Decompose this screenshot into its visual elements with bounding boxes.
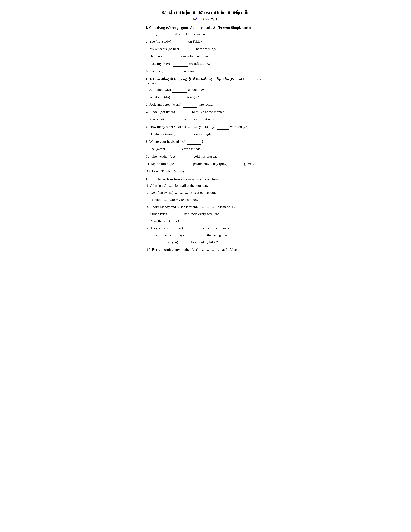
blank	[187, 139, 201, 145]
blank	[173, 61, 188, 67]
page-container: Bài tập thì hiện tại đơn và thì hiện tại…	[146, 10, 265, 252]
list-item: 2. What you (do) tonight?	[146, 94, 265, 100]
tieng-anh-link[interactable]: tiếng Anh	[193, 17, 209, 21]
list-item: 7. They sometimes (read)…………. poems in t…	[146, 225, 265, 231]
list-item: 3. My students (be not) hard working.	[146, 46, 265, 52]
subtitle: tiếng Anh lớp 6	[146, 17, 265, 22]
blank	[159, 31, 173, 37]
list-item: 4. Look! Mandy and Susan (watch)……………..a…	[146, 204, 265, 209]
blank	[167, 116, 181, 122]
blank	[176, 109, 191, 115]
list-item: 10. The weather (get) cold this season.	[146, 154, 265, 160]
section3-heading: II. Put the verb in brackets into the co…	[146, 177, 265, 181]
list-item: 6. Now the sun (shine)………… ………………..	[146, 218, 265, 224]
list-item: 4. Silvia (not listen) to music at the m…	[146, 109, 265, 115]
blank	[184, 169, 199, 174]
blank	[172, 39, 187, 45]
blank	[165, 68, 179, 74]
list-item: 5. Maria (sit) next to Paul right now.	[146, 116, 265, 122]
blank	[177, 131, 191, 137]
list-item: 11. My children (be) upstairs now. They …	[146, 161, 265, 167]
blank	[177, 154, 192, 160]
blank	[217, 124, 229, 130]
list-item: 4. He (have) a new haircut today.	[146, 54, 265, 59]
section3-list: 1. John (play)…….football at the moment.…	[146, 183, 265, 252]
list-item: 3. Jack and Peter (work) late today.	[146, 102, 265, 107]
blank	[228, 161, 243, 167]
blank	[165, 54, 179, 59]
list-item: 5. Olivia (visit)………… her uncle every we…	[146, 211, 265, 217]
list-item: 2. She (not study) on Friday.	[146, 39, 265, 45]
list-item: 9. …………you (go)……… to school by bike ?.	[146, 239, 265, 245]
list-item: 8. Where your husband (be) ?	[146, 139, 265, 145]
list-item: 12. Look! The bus (come) .	[146, 169, 265, 174]
blank	[172, 87, 187, 93]
main-title: Bài tập thì hiện tại đơn và thì hiện tại…	[146, 10, 265, 16]
list-item: 8. Listen! The band (play)……………….the new…	[146, 232, 265, 238]
list-item: 2. We often (write)………….tests at our sch…	[146, 190, 265, 195]
section2-heading: II/I. Chia động từ trong ngoặc ở thì hiệ…	[146, 77, 265, 85]
section2-list: 1. John (not read) a book now. 2. What y…	[146, 87, 265, 174]
list-item: 9. She (wear) earrings today.	[146, 146, 265, 152]
blank	[180, 46, 195, 52]
section1-list: 1. I (be) at school at the weekend. 2. S…	[146, 31, 265, 74]
blank	[171, 94, 186, 100]
list-item: 1. John (play)…….football at the moment.	[146, 183, 265, 188]
blank	[176, 161, 190, 167]
list-item: 7. He always (make) noisy at night.	[146, 131, 265, 137]
list-item: 10. Every morning, my mother (get)…………….…	[146, 247, 265, 252]
list-item: 3. I (talk)……….to my teacher now.	[146, 197, 265, 202]
list-item: 5. I usually (have) breakfast at 7.00.	[146, 61, 265, 67]
blank	[183, 102, 197, 107]
blank	[166, 146, 181, 152]
list-item: 6. She (live) in a house?	[146, 68, 265, 74]
list-item: 1. I (be) at school at the weekend.	[146, 31, 265, 37]
list-item: 6. How many other students ……… you (stud…	[146, 124, 265, 130]
list-item: 1. John (not read) a book now.	[146, 87, 265, 93]
section1-heading: I. Chia động từ trong ngoặc ở thì hiện t…	[146, 26, 265, 30]
